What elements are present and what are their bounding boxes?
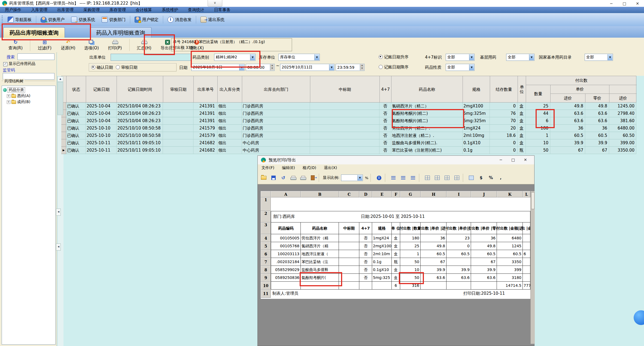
national-list-select[interactable]: 全部▼ bbox=[585, 54, 613, 61]
align-left-button[interactable] bbox=[390, 174, 397, 181]
exit-system-button[interactable]: 退出系统 bbox=[197, 17, 228, 23]
column-letter[interactable]: B bbox=[301, 191, 339, 197]
nav-panel-button[interactable]: 导航面板 bbox=[4, 17, 35, 23]
column-letter[interactable]: L bbox=[523, 191, 530, 197]
sheet-data-row[interactable]: 5 00105768 氯硝西泮片（精 否 2mgX100 盒 25 49.8 0… bbox=[261, 242, 530, 250]
menu-item[interactable]: 库存管理 bbox=[105, 7, 131, 13]
dialog-scrollbar[interactable] bbox=[530, 191, 535, 344]
expand-plus-icon[interactable]: + bbox=[7, 100, 10, 104]
column-letter[interactable]: F bbox=[392, 191, 400, 197]
dialog-print-button[interactable] bbox=[299, 174, 307, 181]
dialog-menu-edit[interactable]: 编辑(E) bbox=[278, 166, 299, 170]
table-row[interactable]: 已确认 2025-10-04 2025/10/04 08:26:23 24139… bbox=[61, 103, 636, 110]
col-amount-buy[interactable]: 进价 bbox=[609, 94, 637, 103]
table-row[interactable]: 已确认 2025-10-11 2025/10/11 09:05:10 24168… bbox=[61, 139, 636, 147]
border-none-button[interactable] bbox=[424, 174, 431, 181]
col-retail-price[interactable]: 零价 bbox=[585, 94, 609, 103]
spinner-icon[interactable]: ▲▼ bbox=[270, 64, 274, 70]
time-to-spinner[interactable]: 23:59:59▲▼ bbox=[336, 64, 364, 71]
align-right-button[interactable] bbox=[409, 174, 417, 181]
col-spec[interactable]: 规格 bbox=[463, 76, 490, 103]
zoom-select[interactable]: ▼ bbox=[341, 174, 363, 181]
border-all-button[interactable] bbox=[433, 174, 441, 181]
dialog-close-button[interactable]: ✕ bbox=[519, 156, 531, 164]
tree-root-drug-category[interactable]: 药品分类 bbox=[2, 87, 55, 93]
print-setup-button[interactable] bbox=[289, 174, 297, 181]
tree-item-patent-drug[interactable]: + 成药(B) bbox=[6, 99, 55, 105]
table-style-button[interactable] bbox=[467, 174, 475, 181]
menu-item[interactable]: 入库管理 bbox=[26, 7, 52, 13]
row-selector[interactable] bbox=[61, 139, 66, 147]
messages-button[interactable]: i消息收发 bbox=[164, 17, 195, 23]
minimize-button[interactable]: ─ bbox=[605, 0, 618, 7]
chevron-down-icon[interactable]: ▼ bbox=[329, 64, 334, 70]
drug-nature-select[interactable]: 全部▼ bbox=[446, 64, 475, 71]
tree-item-western-drug[interactable]: + 西药(A) bbox=[6, 93, 55, 99]
confirm-date-radio[interactable]: 确认日期 bbox=[91, 65, 113, 70]
menu-item[interactable]: 采购管理 bbox=[78, 7, 105, 13]
align-center-button[interactable] bbox=[399, 174, 407, 181]
scroll-left-button[interactable]: ◀ bbox=[56, 209, 61, 216]
column-letter[interactable]: E bbox=[372, 191, 392, 197]
switch-dept-button[interactable]: 切换部门 bbox=[98, 17, 129, 23]
spinner-icon[interactable]: ▲▼ bbox=[360, 64, 364, 70]
col-4plus7[interactable]: 4+7 bbox=[380, 76, 391, 103]
dialog-menu-file[interactable]: 文件(F) bbox=[258, 166, 278, 170]
border-inner-button[interactable] bbox=[453, 174, 461, 181]
column-letter[interactable]: A bbox=[271, 191, 301, 197]
scroll-left-button[interactable]: ◀ bbox=[56, 243, 61, 251]
table-row[interactable]: 已确认 2025-10-10 2025/10/10 08:50:58 24157… bbox=[61, 132, 636, 139]
sheet-data-row[interactable]: 7 .002032184 苯巴比妥钠（注 否 0.1g 瓶 50 67 67 3… bbox=[261, 258, 530, 266]
sort-desc-radio[interactable]: 记账日期降序 bbox=[379, 65, 409, 70]
base-drug-select[interactable]: 全部▼ bbox=[506, 54, 534, 61]
chevron-down-icon[interactable]: ▼ bbox=[469, 64, 474, 70]
col-io-class[interactable]: 出入库分类 bbox=[218, 76, 242, 103]
comma-button[interactable]: , bbox=[497, 174, 505, 181]
col-stock-qty[interactable]: 结存数量 bbox=[490, 76, 518, 103]
close-button[interactable]: ✕ bbox=[631, 0, 644, 7]
switch-user-button[interactable]: 切换用户 bbox=[37, 17, 68, 23]
open-button[interactable] bbox=[260, 174, 268, 181]
col-qty[interactable]: 数量 bbox=[526, 85, 551, 103]
menu-item[interactable]: 出库管理 bbox=[52, 7, 78, 13]
audit-date-radio[interactable]: 审核日期 bbox=[116, 65, 138, 70]
table-row[interactable]: ▶ 已确认 2025-10-11 2025/10/11 09:05:10 241… bbox=[61, 147, 636, 154]
col-dept[interactable]: 出库去向部门 bbox=[242, 76, 310, 103]
col-date[interactable]: 记账日期 bbox=[86, 76, 117, 103]
sort-asc-radio[interactable]: 记账日期升序 bbox=[379, 55, 409, 60]
info-button[interactable]: i bbox=[375, 174, 383, 181]
chevron-down-icon[interactable]: ▼ bbox=[607, 54, 612, 60]
currency-button[interactable]: $ bbox=[477, 174, 485, 181]
dialog-minimize-button[interactable]: ─ bbox=[495, 156, 507, 164]
scrollbar-thumb[interactable] bbox=[57, 82, 63, 115]
chevron-down-icon[interactable]: ▼ bbox=[529, 54, 534, 60]
show-disabled-checkbox[interactable]: ✓ 显示已停用药品 bbox=[3, 61, 35, 66]
col-drug-name[interactable]: 药品名称 bbox=[391, 76, 463, 103]
chevron-down-icon[interactable]: ▼ bbox=[469, 54, 474, 60]
percent-button[interactable]: % bbox=[487, 174, 495, 181]
col-status[interactable]: 状态 bbox=[66, 76, 86, 103]
col-audit-date[interactable]: 审核日期 bbox=[163, 76, 194, 103]
dialog-menu-exit[interactable]: 退出(X) bbox=[320, 166, 341, 170]
menu-item[interactable]: 会计核算 bbox=[131, 7, 157, 13]
row-selector[interactable] bbox=[61, 125, 66, 132]
col-bid-period[interactable]: 中标期 bbox=[310, 76, 380, 103]
col-unit[interactable]: 单位 bbox=[518, 76, 526, 103]
stock-unit-select[interactable]: 库存单位▼ bbox=[278, 54, 320, 61]
refresh-button[interactable]: ↺ bbox=[280, 174, 287, 181]
sheet-data-row[interactable]: 4 00105005 劳拉西泮片（精 否 1mgX24 盒 180 36 23 … bbox=[261, 234, 530, 242]
date-to-picker[interactable]: 2025年10月11日▼ bbox=[280, 64, 335, 71]
save-button[interactable] bbox=[270, 174, 277, 181]
menu-item[interactable]: 用户操作 bbox=[0, 7, 26, 13]
row-selector[interactable] bbox=[61, 132, 66, 139]
chevron-down-icon[interactable]: ▼ bbox=[357, 175, 362, 180]
print-button[interactable]: 打印(P) bbox=[103, 38, 127, 52]
switch-system-button[interactable]: 切换系统 bbox=[68, 17, 98, 23]
scroll-up-icon[interactable]: ▲ bbox=[57, 76, 63, 82]
col-datetime[interactable]: 记账日期时间 bbox=[117, 76, 163, 103]
border-outer-button[interactable] bbox=[443, 174, 451, 181]
col-buy-price[interactable]: 进价 bbox=[551, 94, 585, 103]
maximize-button[interactable]: □ bbox=[618, 0, 631, 7]
menu-item[interactable]: 系统维护 bbox=[157, 7, 183, 13]
menu-item[interactable]: 查询统计 bbox=[183, 7, 209, 13]
